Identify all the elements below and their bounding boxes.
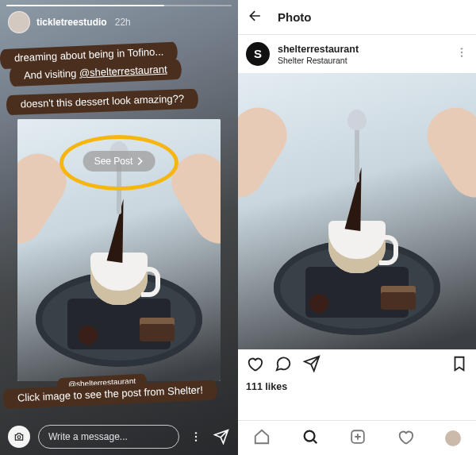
post-header: S shelterrestaurant Shelter Restaurant xyxy=(238,35,476,73)
like-button[interactable] xyxy=(246,355,263,376)
camera-icon xyxy=(13,431,25,442)
see-post-button[interactable]: See Post xyxy=(83,151,155,172)
nav-activity[interactable] xyxy=(397,428,414,449)
story-header: tickletreestudio 22h xyxy=(8,11,230,33)
home-icon xyxy=(253,428,271,445)
story-mention-inline[interactable]: @shelterrestaurant xyxy=(79,64,167,79)
profile-avatar-icon xyxy=(445,430,461,446)
nav-search[interactable] xyxy=(301,428,319,449)
bookmark-icon xyxy=(451,355,468,372)
more-vertical-icon xyxy=(455,46,468,59)
camera-button[interactable] xyxy=(8,426,30,448)
search-icon xyxy=(301,428,319,445)
avatar-letter: S xyxy=(254,47,262,60)
back-button[interactable] xyxy=(248,8,263,27)
share-button[interactable] xyxy=(303,355,321,376)
svg-point-7 xyxy=(304,430,314,441)
plus-square-icon xyxy=(349,428,367,445)
bookmark-button[interactable] xyxy=(451,355,468,376)
svg-point-5 xyxy=(461,52,463,53)
svg-point-1 xyxy=(195,432,197,434)
nav-profile[interactable] xyxy=(445,430,461,446)
story-reply-input[interactable]: Write a message... xyxy=(38,425,179,449)
post-location: Shelter Restaurant xyxy=(278,56,359,65)
send-icon xyxy=(303,355,321,372)
svg-point-6 xyxy=(461,55,463,56)
likes-count[interactable]: 111 likes xyxy=(238,381,476,392)
heart-icon xyxy=(246,355,263,372)
feed-pane: Photo S shelterrestaurant Shelter Restau… xyxy=(238,0,476,455)
send-icon xyxy=(213,429,229,445)
comment-button[interactable] xyxy=(274,355,292,376)
svg-point-2 xyxy=(195,436,197,438)
story-caption-line-3: doesn't this dessert look amazing?? xyxy=(11,89,194,115)
svg-point-4 xyxy=(461,48,463,49)
story-username[interactable]: tickletreestudio xyxy=(36,17,107,28)
more-vertical-icon xyxy=(190,430,202,443)
heart-icon xyxy=(397,428,414,445)
post-action-bar xyxy=(238,349,476,381)
see-post-label: See Post xyxy=(94,156,133,167)
story-reply-bar: Write a message... xyxy=(0,425,238,449)
story-progress-bar xyxy=(6,5,232,6)
post-more-button[interactable] xyxy=(455,46,468,62)
arrow-left-icon xyxy=(248,8,263,24)
nav-new-post[interactable] xyxy=(349,428,367,449)
svg-point-3 xyxy=(195,439,197,441)
svg-point-0 xyxy=(17,436,21,439)
story-send-button[interactable] xyxy=(213,428,230,445)
story-timestamp: 22h xyxy=(115,17,131,28)
story-poster-avatar[interactable] xyxy=(8,11,30,33)
story-more-button[interactable] xyxy=(187,428,205,445)
post-photo[interactable] xyxy=(238,73,476,349)
bottom-nav xyxy=(238,420,476,455)
story-caption-line-2-text: And visiting xyxy=(24,67,80,81)
story-pane: tickletreestudio 22h dreaming about bein… xyxy=(0,0,238,455)
post-author-username: shelterrestaurant xyxy=(278,44,359,56)
photo-detail-header: Photo xyxy=(238,0,476,35)
story-reply-placeholder: Write a message... xyxy=(48,431,128,442)
post-author-block[interactable]: shelterrestaurant Shelter Restaurant xyxy=(278,44,359,65)
post-author-avatar[interactable]: S xyxy=(246,42,270,66)
nav-home[interactable] xyxy=(253,428,271,449)
screen-title: Photo xyxy=(278,10,312,24)
comment-icon xyxy=(274,355,292,372)
story-caption-line-5: Click image to see the post from Shelter… xyxy=(7,380,213,409)
photo-illustration xyxy=(238,73,476,349)
chevron-right-icon xyxy=(136,157,144,165)
